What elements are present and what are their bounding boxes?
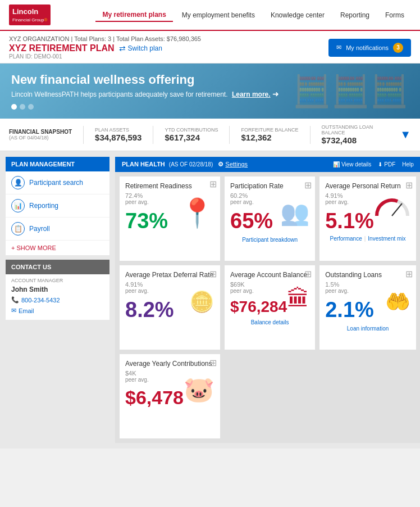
nav-employment[interactable]: My employment benefits [175, 9, 262, 21]
contrib-main-value: $6,478 [125, 387, 184, 408]
people-icon: 👥 [280, 199, 309, 227]
pdf-btn[interactable]: ⬇ PDF [378, 161, 395, 168]
view-details-btn[interactable]: 📊 View details [333, 161, 371, 168]
apr-peer-val: 4.91% [325, 192, 374, 199]
sidebar: PLAN MANAGEMENT 👤 Participant search 📊 R… [6, 157, 109, 443]
forfeiture-metric: FORFEITURE BALANCE $12,362 [241, 127, 298, 142]
outstanding-loans-card: ⊞ Outstanding Loans 1.5% peer avg. 2.1% … [319, 265, 416, 350]
apr-title: Average Personal Return [325, 182, 410, 190]
rr-peer-val: 72.4% [125, 192, 168, 199]
contact-us-header: CONTACT US [6, 260, 109, 274]
plan-management-section: PLAN MANAGEMENT 👤 Participant search 📊 R… [6, 157, 109, 255]
participation-rate-title: Participation Rate [230, 182, 309, 190]
pretax-peer-label: peer avg. [125, 288, 174, 294]
balance-peer-val: $69K [230, 281, 287, 288]
pr-peer-label: peer avg. [230, 199, 273, 205]
contrib-peer-label: peer avg. [125, 377, 184, 383]
header: Lincoln Financial Group® My retirement p… [0, 0, 420, 31]
performance-link[interactable]: Performance [330, 236, 362, 242]
dot-1[interactable] [11, 104, 17, 110]
apr-peer-label: peer avg. [325, 199, 374, 205]
retirement-readiness-title: Retirement Readiness [125, 182, 214, 190]
rr-main-value: 73% [125, 210, 168, 233]
loan-info-link[interactable]: Loan information [325, 325, 410, 332]
plan-id: PLAN ID: DEMO-001 [9, 53, 201, 60]
loans-peer-val: 1.5% [325, 281, 374, 288]
main-nav: My retirement plans My employment benefi… [95, 8, 411, 22]
avg-personal-return-card: ⊞ Average Personal Return 4.91% peer avg… [319, 176, 416, 261]
investment-mix-link[interactable]: Investment mix [368, 236, 405, 242]
balance-peer-label: peer avg. [230, 288, 287, 294]
notifications-btn[interactable]: ✉ My notifications 3 [328, 39, 411, 57]
plan-health-header: PLAN HEALTH (AS OF 02/28/18) ⚙ Settings … [115, 157, 420, 172]
account-manager-label: ACCOUNT MANAGER [6, 274, 109, 284]
participation-rate-card: ⊞ Participation Rate 60.2% peer avg. 65%… [225, 176, 315, 261]
contact-phone[interactable]: 📞 800-234-5432 [6, 295, 109, 305]
switch-plan-btn[interactable]: ⇄ Switch plan [119, 44, 162, 53]
learn-more-link[interactable]: Learn more. [232, 90, 271, 98]
piggy-bank-icon: 🐷 [184, 375, 214, 404]
right-panel: PLAN HEALTH (AS OF 02/28/18) ⚙ Settings … [115, 157, 420, 443]
card-expand-1[interactable]: ⊞ [209, 180, 217, 189]
nav-reporting[interactable]: Reporting [334, 9, 376, 21]
bank-icon: 🏛 [287, 286, 309, 311]
financial-snapshot: FINANCIAL SNAPSHOT (AS OF 04/04/18) PLAN… [0, 119, 420, 151]
pretax-peer-val: 4.91% [125, 281, 174, 288]
plan-management-header: PLAN MANAGEMENT [6, 157, 109, 171]
ytd-metric: YTD CONTRIBUTIONS $617,324 [165, 127, 218, 142]
outstanding-loan-metric: OUTSTANDING LOAN BALANCE $732,408 [322, 124, 389, 145]
hand-coin-icon: 🤲 [385, 290, 410, 314]
snapshot-label: FINANCIAL SNAPSHOT [9, 129, 72, 135]
avg-yearly-contributions-card: ⊞ Average Yearly Contributions $4K peer … [120, 354, 220, 438]
sidebar-item-payroll[interactable]: 📋 Payroll [6, 218, 109, 241]
balance-title: Average Account Balance [230, 271, 309, 279]
loans-main-value: 2.1% [325, 298, 374, 322]
snapshot-as-of: (AS OF 04/04/18) [9, 135, 72, 141]
gauge-icon [374, 194, 410, 219]
snapshot-dropdown[interactable]: ▼ [400, 128, 411, 141]
retirement-readiness-card: ⊞ Retirement Readiness 72.4% peer avg. 7… [120, 176, 220, 261]
sidebar-item-participant-search[interactable]: 👤 Participant search [6, 171, 109, 194]
bell-icon: ✉ [336, 44, 341, 51]
chart-icon: 📊 [11, 199, 25, 212]
contrib-peer-val: $4K [125, 370, 184, 377]
notification-badge: 3 [393, 43, 403, 53]
pretax-main-value: 8.2% [125, 298, 174, 322]
contact-name: John Smith [6, 284, 109, 295]
apr-main-value: 5.1% [325, 210, 374, 233]
contact-email[interactable]: ✉ Email [6, 305, 109, 320]
plan-assets-metric: PLAN ASSETS $34,876,593 [95, 127, 141, 142]
card-expand-3[interactable]: ⊞ [405, 180, 413, 191]
card-expand-4[interactable]: ⊞ [209, 269, 217, 279]
card-expand-2[interactable]: ⊞ [304, 180, 312, 191]
coins-stack-icon: 🪙 [189, 290, 214, 314]
bar-chart-icon: 📊 [333, 161, 340, 168]
nav-forms[interactable]: Forms [378, 9, 411, 21]
person-icon: 👤 [11, 176, 25, 189]
loans-title: Outstanding Loans [325, 271, 410, 279]
nav-knowledge[interactable]: Knowledge center [264, 9, 331, 21]
svg-line-0 [392, 203, 402, 216]
dot-2[interactable] [20, 104, 25, 110]
plan-title: XYZ RETIREMENT PLAN [9, 43, 115, 53]
org-info: XYZ ORGANIZATION | Total Plans: 3 | Tota… [9, 35, 201, 42]
logo: Lincoln Financial Group® [9, 4, 51, 25]
nav-my-retirement[interactable]: My retirement plans [95, 8, 172, 22]
settings-icon: ⚙ [218, 161, 223, 168]
doc-icon: 📋 [11, 222, 25, 236]
card-expand-5[interactable]: ⊞ [304, 269, 312, 279]
banner: 🧮🧮🧮 New financial wellness offering Linc… [0, 64, 420, 119]
avg-account-balance-card: ⊞ Average Account Balance $69K peer avg.… [225, 265, 315, 350]
balance-details-link[interactable]: Balance details [230, 319, 309, 325]
pr-main-value: 65% [230, 210, 273, 233]
sidebar-item-reporting[interactable]: 📊 Reporting [6, 194, 109, 218]
show-more-btn[interactable]: + SHOW MORE [6, 241, 109, 255]
participant-breakdown-link[interactable]: Participant breakdown [230, 237, 309, 243]
help-btn[interactable]: Help [402, 161, 414, 168]
card-expand-7[interactable]: ⊞ [209, 357, 217, 368]
card-expand-6[interactable]: ⊞ [405, 269, 413, 279]
loans-peer-label: peer avg. [325, 288, 374, 294]
dot-3[interactable] [28, 104, 34, 110]
pretax-title: Average Pretax Deferral Rate [125, 271, 214, 279]
settings-link[interactable]: Settings [225, 161, 248, 168]
